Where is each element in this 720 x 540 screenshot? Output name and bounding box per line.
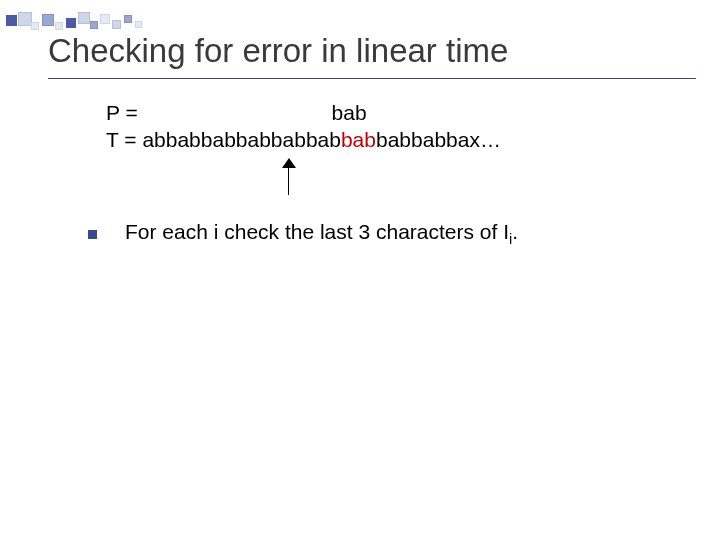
t-label: T = — [106, 128, 142, 151]
decor-square — [124, 15, 132, 23]
bullet-item: For each i check the last 3 characters o… — [88, 220, 696, 247]
decor-square — [31, 22, 39, 30]
text-line: T = abbabbabbabbabbabbabbabbabbax… — [106, 127, 696, 154]
decor-square — [55, 22, 63, 30]
decor-square — [112, 20, 121, 29]
up-arrow-icon — [282, 158, 296, 198]
decor-square — [6, 15, 17, 26]
bullet-list: For each i check the last 3 characters o… — [88, 220, 696, 247]
pattern-line: P = bab — [106, 100, 696, 127]
pattern-text-block: P = bab T = abbabbabbabbabbabbabbabbabba… — [106, 100, 696, 154]
slide: Checking for error in linear time P = ba… — [0, 0, 720, 540]
decor-square — [78, 12, 90, 24]
t-pre: abbabbabbabbabbab — [142, 128, 341, 151]
arrow-head — [282, 158, 296, 168]
arrow-shaft — [288, 165, 289, 195]
bullet-pre: For each i check the last 3 characters o… — [125, 220, 509, 243]
decor-square — [135, 21, 142, 28]
decor-square — [18, 12, 32, 26]
title-area: Checking for error in linear time — [48, 32, 696, 79]
p-value: bab — [332, 101, 367, 124]
title-underline — [48, 78, 696, 79]
t-highlight: bab — [341, 128, 376, 151]
square-bullet-icon — [88, 230, 97, 239]
t-post: babbabbax… — [376, 128, 501, 151]
bullet-post: . — [512, 220, 518, 243]
decor-square — [90, 21, 98, 29]
decor-square — [66, 18, 76, 28]
decor-square — [42, 14, 54, 26]
content-area: P = bab T = abbabbabbabbabbabbabbabbabba… — [48, 100, 696, 154]
decor-square — [100, 14, 110, 24]
slide-title: Checking for error in linear time — [48, 32, 696, 70]
p-label: P = — [106, 101, 144, 124]
bullet-text: For each i check the last 3 characters o… — [125, 220, 696, 247]
